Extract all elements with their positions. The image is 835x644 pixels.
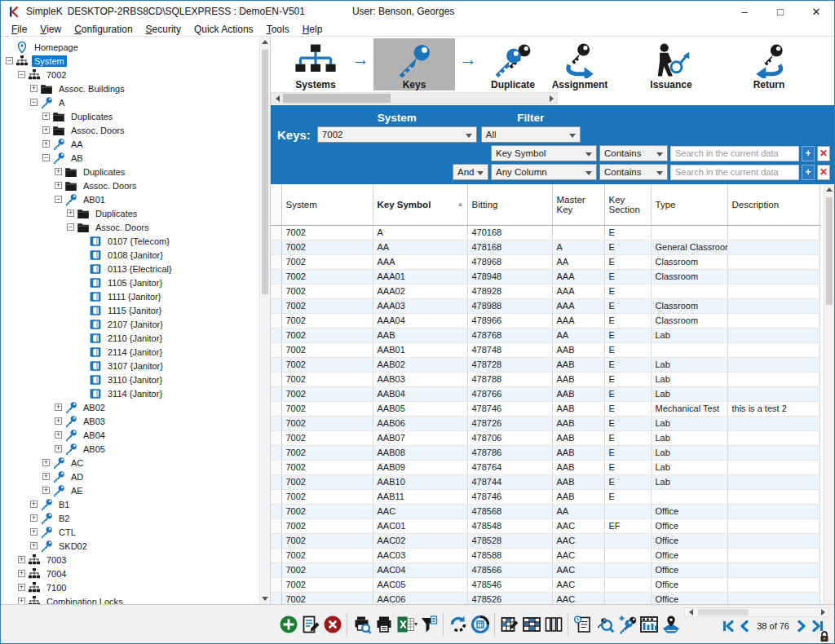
scroll-left-icon[interactable] [685,609,696,615]
workflow-step-duplicate[interactable]: Duplicate [481,38,545,90]
expander-plus-icon[interactable]: + [55,182,62,189]
tree-item-ab04[interactable]: +AB04 [2,428,258,442]
row-selector-cell[interactable] [271,386,281,401]
tree-item-ab02[interactable]: +AB02 [2,400,258,414]
table-scrollbar-thumb[interactable] [826,197,833,305]
key-duplicates-button[interactable] [616,613,638,635]
tree-item-3110-janitor[interactable]: 3110 {Janitor} [2,373,258,386]
table-row[interactable]: 7002AAB08478786AABELab [271,445,820,460]
row-selector-cell[interactable] [271,504,281,518]
report-history-button[interactable] [572,613,594,635]
tree-item-combination-locks[interactable]: +Combination Locks [2,594,258,604]
table-row[interactable]: 7002AAC02478528AACOffice [271,533,820,548]
table-row[interactable]: 7002AAB09478764AABELab [271,460,820,474]
grid-view-button[interactable] [520,613,542,635]
tree-item-ae[interactable]: +AE [2,483,258,497]
expander-minus-icon[interactable]: − [42,154,50,161]
column-header-key-section[interactable]: Key Section [604,184,651,225]
row-selector-cell[interactable] [271,430,281,445]
table-row[interactable]: 7002AAA01478948AAAEClassroom [271,269,820,284]
maximize-button[interactable]: □ [762,1,798,22]
clear-filter-button[interactable]: ✕ [817,146,830,161]
row-selector-cell[interactable] [271,372,281,386]
table-hscrollbar-thumb[interactable] [698,609,749,615]
table-row[interactable]: 7002AAB11478746AABE [271,489,820,504]
search-column-dropdown[interactable]: Any Column [491,164,597,180]
expander-minus-icon[interactable]: − [67,223,74,231]
first-page-button[interactable] [722,620,735,633]
table-row[interactable]: 7002A470168E [271,225,820,240]
expander-plus-icon[interactable]: + [18,598,25,604]
table-row[interactable]: 7002AAB05478746AABEMechanical Testthis i… [271,401,820,416]
tree-item-ab01[interactable]: −AB01 [2,192,258,206]
system-dropdown[interactable]: 7002 [317,126,477,143]
row-selector-cell[interactable] [271,489,281,504]
filter-dropdown[interactable]: All [481,126,581,143]
tree-item-duplicates[interactable]: +Duplicates [2,206,258,220]
menu-security[interactable]: Security [139,23,188,36]
expander-plus-icon[interactable]: + [42,112,50,120]
tree-item-ac[interactable]: +AC [2,456,258,470]
column-header-type[interactable]: Type [651,184,727,225]
expander-plus-icon[interactable]: + [55,417,62,425]
row-selector-cell[interactable] [271,577,281,592]
row-selector-cell[interactable] [271,562,281,577]
expander-minus-icon[interactable]: − [55,196,62,203]
column-header-master-key[interactable]: Master Key [552,184,604,225]
table-row[interactable]: 7002AAB06478726AABELab [271,416,820,430]
tree-item-3107-janitor[interactable]: 3107 {Janitor} [2,359,258,373]
row-selector-cell[interactable] [271,225,281,240]
tree-item-b2[interactable]: +B2 [2,511,258,525]
row-selector-cell[interactable] [271,357,281,372]
edit-record-button[interactable] [299,613,321,635]
tree-item-2114-janitor[interactable]: 2114 {Janitor} [2,345,258,359]
expander-plus-icon[interactable]: + [30,514,38,522]
tree-scrollbar-thumb[interactable] [262,50,268,294]
table-row[interactable]: 7002AAB478768AAELab [271,328,820,342]
workflow-step-keys[interactable]: Keys [373,38,455,90]
row-selector-cell[interactable] [271,328,281,342]
table-hscrollbar-track[interactable] [696,608,817,616]
tree-item-duplicates[interactable]: +Duplicates [2,165,258,179]
search-input[interactable] [670,146,799,161]
door-map-button[interactable] [660,613,682,635]
menu-view[interactable]: View [33,23,68,36]
export-excel-button[interactable] [395,613,417,635]
tree-item-2107-janitor[interactable]: 2107 {Janitor} [2,317,258,331]
refresh-button[interactable] [447,613,469,635]
expander-plus-icon[interactable]: + [42,140,50,148]
scroll-right-icon[interactable] [546,95,557,102]
expander-plus-icon[interactable]: + [42,473,50,480]
table-row[interactable]: 7002AAB03478788AABELab [271,372,820,386]
row-selector-cell[interactable] [271,284,281,298]
row-selector-cell[interactable] [271,518,281,533]
table-row[interactable]: 7002AA478168AEGeneral Classroom [271,240,820,254]
row-selector-cell[interactable] [271,416,281,430]
table-row[interactable]: 7002AAB02478728AABELab [271,357,820,372]
refresh-data-button[interactable] [469,613,491,635]
row-selector-cell[interactable] [271,240,281,254]
tree-item-b1[interactable]: +B1 [2,497,258,511]
row-selector-cell[interactable] [271,298,281,313]
expander-plus-icon[interactable]: + [18,584,25,591]
row-selector-cell[interactable] [271,445,281,460]
row-selector-cell[interactable] [271,474,281,489]
column-header-description[interactable]: Description [727,184,820,225]
tree-item-ctl[interactable]: +CTL [2,525,258,539]
table-row[interactable]: 7002AAC04478566AACOffice [271,562,820,577]
table-row[interactable]: 7002AAA02478928AAAE [271,284,820,298]
tree-item-ab05[interactable]: +AB05 [2,442,258,456]
clear-filter-button[interactable]: ✕ [817,165,830,180]
expander-plus-icon[interactable]: + [30,542,38,549]
workflow-step-systems[interactable]: Systems [284,38,347,90]
row-selector-cell[interactable] [271,313,281,328]
expander-plus-icon[interactable]: + [55,445,62,452]
expander-plus-icon[interactable]: + [55,168,62,175]
workflow-scrollbar-track[interactable] [283,93,546,104]
row-selector-cell[interactable] [271,548,281,562]
row-selector-cell[interactable] [271,533,281,548]
column-header-key-symbol[interactable]: Key Symbol▲ [373,184,467,225]
minimize-button[interactable]: – [727,1,762,22]
expander-plus-icon[interactable]: + [55,404,62,411]
tree-item-a[interactable]: −A [2,95,258,109]
